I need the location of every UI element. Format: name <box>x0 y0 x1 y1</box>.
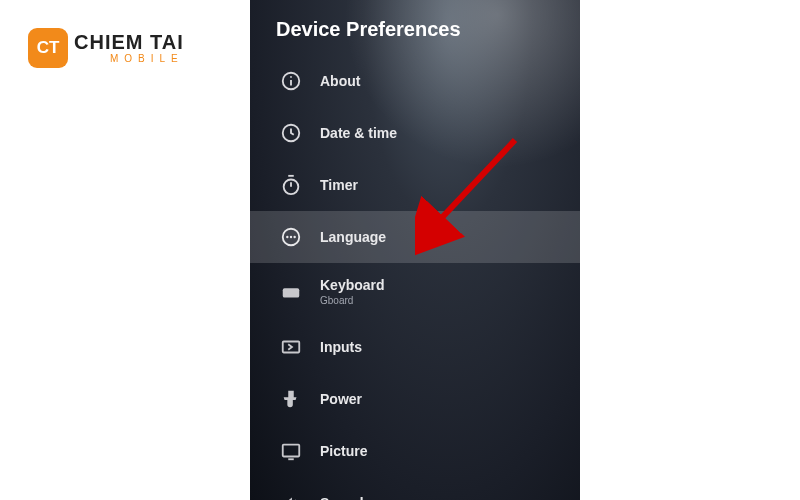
menu-item-label: Inputs <box>320 339 362 355</box>
preferences-menu: About Date & time Timer Language <box>250 55 580 500</box>
menu-item-label: Power <box>320 391 362 407</box>
menu-item-label: Timer <box>320 177 358 193</box>
menu-item-sound[interactable]: Sound <box>250 477 580 500</box>
page-title: Device Preferences <box>250 0 580 55</box>
menu-item-timer[interactable]: Timer <box>250 159 580 211</box>
power-icon <box>280 388 302 410</box>
menu-item-about[interactable]: About <box>250 55 580 107</box>
timer-icon <box>280 174 302 196</box>
keyboard-icon <box>280 281 302 303</box>
device-preferences-screen: Device Preferences About Date & time Tim… <box>250 0 580 500</box>
picture-icon <box>280 440 302 462</box>
clock-icon <box>280 122 302 144</box>
logo-main-text: CHIEM TAI <box>74 32 184 52</box>
svg-rect-11 <box>283 288 300 297</box>
menu-item-label: Keyboard <box>320 277 385 293</box>
sound-icon <box>280 492 302 500</box>
svg-point-9 <box>290 236 292 238</box>
menu-item-label: Picture <box>320 443 367 459</box>
svg-point-8 <box>286 236 288 238</box>
svg-point-10 <box>293 236 295 238</box>
menu-item-sublabel: Gboard <box>320 295 385 307</box>
menu-item-label: About <box>320 73 360 89</box>
logo-badge: CT <box>28 28 68 68</box>
menu-item-power[interactable]: Power <box>250 373 580 425</box>
menu-item-picture[interactable]: Picture <box>250 425 580 477</box>
menu-item-label: Date & time <box>320 125 397 141</box>
menu-item-label: Sound <box>320 495 364 500</box>
menu-item-keyboard[interactable]: Keyboard Gboard <box>250 263 580 321</box>
input-icon <box>280 336 302 358</box>
svg-point-4 <box>284 180 299 195</box>
svg-point-2 <box>290 76 292 78</box>
logo-sub-text: MOBILE <box>74 54 184 64</box>
logo-text: CHIEM TAI MOBILE <box>74 32 184 64</box>
menu-item-language[interactable]: Language <box>250 211 580 263</box>
svg-rect-13 <box>283 444 300 456</box>
info-icon <box>280 70 302 92</box>
menu-item-date-time[interactable]: Date & time <box>250 107 580 159</box>
menu-item-label: Language <box>320 229 386 245</box>
menu-item-inputs[interactable]: Inputs <box>250 321 580 373</box>
language-icon <box>280 226 302 248</box>
brand-logo: CT CHIEM TAI MOBILE <box>28 28 184 68</box>
